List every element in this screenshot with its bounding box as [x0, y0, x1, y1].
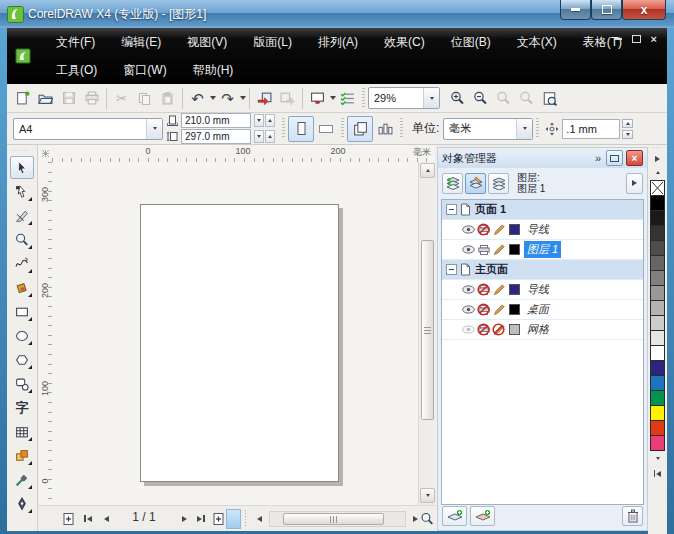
scroll-down-button[interactable] [420, 488, 435, 503]
palette-swatch[interactable] [650, 420, 665, 436]
delete-layer-button[interactable] [622, 506, 643, 526]
menu-window[interactable]: 窗口(W) [110, 59, 179, 81]
palette-swatch[interactable] [650, 255, 665, 271]
palette-swatch[interactable] [650, 345, 665, 361]
collapse-minus-icon[interactable] [446, 204, 457, 215]
layer-row-guides[interactable]: 导线 [442, 220, 643, 240]
edit-toggle[interactable] [492, 243, 505, 256]
palette-swatch[interactable] [650, 300, 665, 316]
menu-layout[interactable]: 版面(L) [240, 31, 305, 53]
shape-tool-button[interactable] [10, 180, 34, 203]
vertical-scrollbar[interactable] [418, 162, 435, 505]
palette-expand-button[interactable] [650, 467, 665, 480]
spin-down-button[interactable] [254, 130, 264, 143]
horizontal-ruler[interactable]: 0 100 200 毫米 [52, 145, 435, 163]
page-drawing-area[interactable] [140, 204, 339, 482]
vertical-scrollbar-thumb[interactable] [421, 240, 434, 420]
landscape-button[interactable] [314, 117, 338, 141]
portrait-button[interactable] [288, 116, 314, 142]
page-size-combo[interactable]: A4 [13, 118, 163, 140]
collapse-minus-icon[interactable] [446, 264, 457, 275]
pick-tool-button[interactable] [10, 156, 34, 179]
palette-swatch[interactable] [650, 315, 665, 331]
palette-swatch[interactable] [650, 330, 665, 346]
last-page-button[interactable] [193, 510, 209, 527]
zoom-in-button[interactable] [446, 87, 469, 110]
text-tool-button[interactable]: 字 [10, 396, 34, 419]
current-page-button[interactable] [373, 117, 397, 141]
menu-file[interactable]: 文件(F) [43, 31, 108, 53]
palette-swatch[interactable] [650, 360, 665, 376]
layer-color-swatch[interactable] [509, 244, 520, 255]
redo-dropdown[interactable] [240, 96, 246, 100]
layer-name[interactable]: 桌面 [524, 301, 552, 318]
vertical-ruler[interactable]: 300 200 100 0 [38, 162, 53, 505]
master-page-group-row[interactable]: 主页面 [442, 260, 643, 280]
layer-color-swatch[interactable] [509, 304, 520, 315]
paper-height-field[interactable]: 297.0 mm [181, 129, 251, 144]
close-button[interactable]: x [622, 0, 666, 20]
layer-row-desktop[interactable]: 桌面 [442, 300, 643, 320]
units-combo[interactable]: 毫米 [443, 118, 533, 140]
smart-fill-tool-button[interactable] [10, 276, 34, 299]
doc-close-icon[interactable]: × [651, 34, 657, 44]
palette-swatch[interactable] [650, 435, 665, 451]
layer-row-grid[interactable]: 网格 [442, 320, 643, 340]
visibility-toggle[interactable] [462, 283, 475, 296]
layer-row-master-guides[interactable]: 导线 [442, 280, 643, 300]
nudge-offset-field[interactable]: .1 mm [562, 119, 620, 139]
paper-height-spinner[interactable] [254, 130, 275, 143]
zoom-tool-button[interactable] [10, 228, 34, 251]
spin-up-button[interactable] [265, 114, 275, 127]
print-toggle[interactable] [477, 223, 490, 236]
docker-collapse-button[interactable] [606, 150, 623, 166]
palette-swatch[interactable] [650, 390, 665, 406]
basic-shapes-tool-button[interactable] [10, 372, 34, 395]
add-page-button[interactable] [60, 510, 76, 527]
outline-pen-tool-button[interactable] [10, 492, 34, 515]
previous-page-button[interactable] [98, 510, 114, 527]
palette-swatch[interactable] [650, 225, 665, 241]
navigator-button[interactable] [419, 510, 435, 527]
ruler-origin[interactable] [38, 145, 53, 163]
edit-toggle[interactable] [492, 283, 505, 296]
spin-up-button[interactable] [622, 119, 633, 128]
menu-help[interactable]: 帮助(H) [180, 59, 247, 81]
layer-name[interactable]: 图层 1 [524, 241, 561, 258]
page-1-tab[interactable] [226, 509, 241, 529]
horizontal-scrollbar-thumb[interactable] [283, 513, 384, 525]
crop-tool-button[interactable] [10, 204, 34, 227]
show-object-properties-button[interactable] [442, 173, 463, 194]
add-page-button[interactable] [210, 510, 226, 527]
palette-scroll-down-button[interactable] [650, 452, 665, 465]
next-page-button[interactable] [176, 510, 192, 527]
menu-tools[interactable]: 工具(O) [43, 59, 110, 81]
scroll-up-button[interactable] [420, 163, 435, 178]
edit-toggle[interactable] [492, 303, 505, 316]
options-button[interactable] [336, 87, 359, 110]
menu-edit[interactable]: 编辑(E) [108, 31, 174, 53]
ellipse-tool-button[interactable] [10, 324, 34, 347]
zoom-level-combo[interactable]: 29% [368, 87, 440, 109]
paper-width-field[interactable]: 210.0 mm [181, 113, 251, 128]
restore-button[interactable] [591, 0, 622, 20]
palette-swatch[interactable] [650, 240, 665, 256]
all-pages-button[interactable] [347, 116, 373, 142]
new-document-button[interactable] [11, 87, 34, 110]
import-button[interactable] [253, 87, 276, 110]
menu-view[interactable]: 视图(V) [174, 31, 240, 53]
layer-color-swatch[interactable] [509, 324, 520, 335]
palette-swatch[interactable] [650, 405, 665, 421]
redo-button[interactable]: ↷ [216, 87, 239, 110]
docker-close-button[interactable]: × [626, 150, 643, 166]
interactive-blend-tool-button[interactable] [10, 444, 34, 467]
docker-flyout-button[interactable] [626, 173, 643, 194]
horizontal-scrollbar[interactable] [269, 511, 406, 527]
undo-button[interactable]: ↶ [186, 87, 209, 110]
edit-toggle[interactable] [492, 323, 505, 336]
edit-toggle[interactable] [492, 223, 505, 236]
visibility-toggle[interactable] [462, 243, 475, 256]
page-size-dropdown[interactable] [146, 119, 162, 139]
print-toggle[interactable] [477, 283, 490, 296]
toolbox-grip[interactable]: ····· [14, 148, 31, 155]
